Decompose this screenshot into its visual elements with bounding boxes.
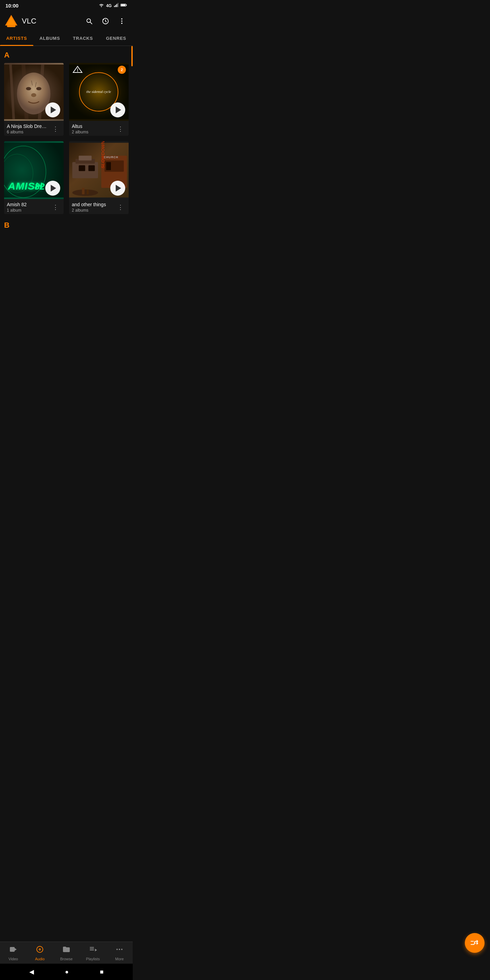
svg-text:the sidereal cycle: the sidereal cycle	[86, 90, 111, 94]
svg-point-25	[37, 87, 41, 90]
svg-point-49	[72, 189, 98, 196]
artist-albums-other: 2 albums	[72, 208, 115, 213]
svg-rect-2	[115, 5, 116, 7]
tab-genres[interactable]: GENRES	[100, 31, 133, 46]
app-title: VLC	[22, 17, 79, 25]
network-4g-icon: 4G	[106, 3, 111, 8]
svg-point-16	[121, 18, 123, 20]
artist-text-other: and other things 2 albums	[72, 202, 115, 213]
artists-grid: A Ninja Slob Dre… 6 albums ⋮	[4, 63, 129, 214]
svg-rect-45	[89, 165, 95, 171]
play-icon-amish	[51, 185, 56, 192]
artist-card-altus[interactable]: the sidereal cycle 2	[69, 63, 129, 136]
play-button-altus[interactable]	[110, 102, 125, 118]
content-wrapper: A	[0, 46, 133, 233]
album-count-badge-altus: 2	[118, 66, 126, 74]
svg-text:CHURCH: CHURCH	[104, 156, 118, 159]
phone-wrapper: 10:00 4G	[0, 0, 133, 287]
vlc-logo	[4, 14, 18, 28]
svg-text:SLOWDOWN: SLOWDOWN	[100, 141, 105, 169]
artist-thumbnail-ninja	[4, 63, 64, 121]
play-button-amish[interactable]	[45, 181, 60, 196]
play-button-ninja[interactable]	[45, 102, 60, 118]
svg-rect-43	[79, 156, 92, 160]
artist-name-other: and other things	[72, 202, 115, 207]
battery-icon	[121, 3, 127, 8]
artist-name-amish: Amish 82	[7, 202, 50, 207]
artist-name-ninja: A Ninja Slob Dre…	[7, 124, 50, 129]
artist-card-amish[interactable]: AMISH 82 Amish 82 1 album ⋮	[4, 141, 64, 214]
status-icons: 4G	[99, 3, 127, 8]
svg-rect-3	[116, 4, 117, 7]
status-time: 10:00	[5, 3, 18, 8]
svg-rect-44	[79, 165, 85, 171]
scroll-indicator	[131, 46, 133, 66]
artist-text-amish: Amish 82 1 album	[7, 202, 50, 213]
history-button[interactable]	[99, 14, 112, 28]
svg-point-26	[31, 93, 36, 97]
artist-albums-amish: 1 album	[7, 208, 50, 213]
svg-point-13	[87, 19, 91, 22]
play-icon-other	[116, 185, 121, 192]
section-header-a: A	[4, 46, 129, 63]
svg-rect-51	[87, 189, 89, 194]
svg-rect-12	[8, 26, 15, 27]
play-button-other[interactable]	[110, 181, 125, 196]
search-button[interactable]	[82, 14, 96, 28]
artist-thumbnail-other: SLOWDOWN CHURCH	[69, 141, 129, 199]
svg-rect-7	[121, 5, 126, 6]
overflow-menu-button[interactable]	[115, 14, 129, 28]
svg-point-24	[26, 87, 31, 90]
tab-artists[interactable]: ARTISTS	[0, 31, 33, 46]
svg-point-18	[121, 23, 123, 24]
svg-rect-50	[82, 188, 85, 194]
section-header-b: B	[4, 214, 129, 233]
artist-card-other[interactable]: SLOWDOWN CHURCH and other things 2 album…	[69, 141, 129, 214]
artist-info-altus: Altus 2 albums ⋮	[69, 121, 129, 136]
artist-more-button-ninja[interactable]: ⋮	[50, 124, 61, 134]
artist-more-button-altus[interactable]: ⋮	[115, 124, 126, 134]
svg-rect-6	[126, 5, 127, 6]
svg-rect-1	[114, 6, 115, 7]
main-content: A	[0, 46, 133, 233]
artist-albums-altus: 2 albums	[72, 130, 115, 134]
wifi-icon	[99, 3, 104, 8]
altus-logo-overlay	[73, 66, 83, 75]
artist-thumbnail-altus: the sidereal cycle 2	[69, 63, 129, 121]
artist-thumbnail-amish: AMISH 82	[4, 141, 64, 199]
artist-text-ninja: A Ninja Slob Dre… 6 albums	[7, 124, 50, 134]
svg-rect-48	[106, 162, 111, 170]
artist-info-ninja: A Ninja Slob Dre… 6 albums ⋮	[4, 121, 64, 136]
svg-point-0	[101, 6, 102, 7]
tabs: ARTISTS ALBUMS TRACKS GENRES	[0, 31, 133, 46]
svg-point-17	[121, 21, 123, 22]
play-icon	[51, 107, 56, 113]
artist-albums-ninja: 6 albums	[7, 130, 50, 134]
svg-rect-4	[118, 3, 118, 7]
artist-more-button-amish[interactable]: ⋮	[50, 202, 61, 213]
artist-card-ninja-slob[interactable]: A Ninja Slob Dre… 6 albums ⋮	[4, 63, 64, 136]
signal-icon	[114, 3, 118, 8]
svg-text:82: 82	[35, 181, 45, 192]
artist-info-amish: Amish 82 1 album ⋮	[4, 199, 64, 214]
artist-info-other: and other things 2 albums ⋮	[69, 199, 129, 214]
artist-more-button-other[interactable]: ⋮	[115, 202, 126, 213]
artist-name-altus: Altus	[72, 124, 115, 129]
svg-line-14	[90, 22, 92, 24]
play-icon-altus	[116, 107, 121, 113]
app-bar-actions	[82, 14, 129, 28]
app-bar: VLC	[0, 11, 133, 31]
artist-text-altus: Altus 2 albums	[72, 124, 115, 134]
tab-tracks[interactable]: TRACKS	[66, 31, 100, 46]
status-bar: 10:00 4G	[0, 0, 133, 11]
tab-albums[interactable]: ALBUMS	[33, 31, 67, 46]
